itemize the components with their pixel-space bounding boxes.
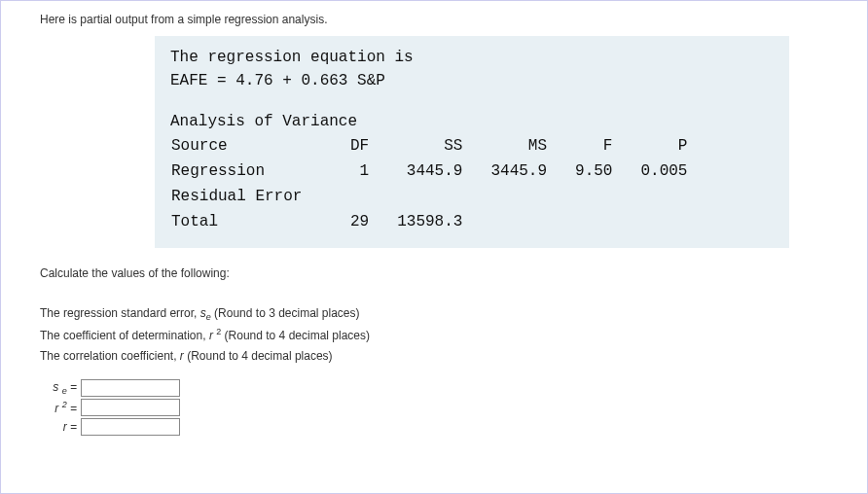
anova-table: Source DF SS MS F P Regression 1 3445.9 … bbox=[170, 133, 714, 234]
eq-line-1: The regression equation is bbox=[170, 46, 774, 69]
answer-inputs: s e = r 2 = r = bbox=[40, 379, 828, 436]
table-row: Residual Error bbox=[170, 184, 714, 209]
se-input[interactable] bbox=[81, 379, 180, 397]
col-df: DF bbox=[349, 133, 396, 159]
anova-title: Analysis of Variance bbox=[170, 110, 774, 133]
r2-input[interactable] bbox=[81, 399, 180, 416]
cell-label: Residual Error bbox=[170, 184, 349, 209]
cell-ms bbox=[489, 209, 574, 234]
cell-df: 29 bbox=[349, 209, 396, 234]
input-row-se: s e = bbox=[40, 379, 828, 397]
r-label: r = bbox=[40, 420, 81, 434]
cell-ss: 13598.3 bbox=[396, 209, 489, 234]
input-row-r: r = bbox=[40, 418, 828, 436]
table-row: Regression 1 3445.9 3445.9 9.50 0.005 bbox=[170, 159, 714, 184]
input-row-r2: r 2 = bbox=[40, 399, 828, 416]
cell-p bbox=[639, 209, 714, 234]
question-line-r: The correlation coefficient, r (Round to… bbox=[40, 346, 828, 366]
cell-p: 0.005 bbox=[639, 159, 714, 184]
regression-equation: The regression equation is EAFE = 4.76 +… bbox=[170, 46, 774, 92]
cell-f bbox=[574, 184, 639, 209]
col-ss: SS bbox=[396, 133, 489, 159]
calc-intro: Calculate the values of the following: bbox=[40, 264, 828, 283]
col-p: P bbox=[639, 133, 714, 159]
cell-label: Regression bbox=[170, 159, 349, 184]
cell-f: 9.50 bbox=[574, 159, 639, 184]
question-line-se: The regression standard error, se (Round… bbox=[40, 303, 828, 326]
table-row: Source DF SS MS F P bbox=[170, 133, 714, 159]
regression-output-block: The regression equation is EAFE = 4.76 +… bbox=[155, 36, 789, 248]
cell-ms: 3445.9 bbox=[489, 159, 574, 184]
cell-ms bbox=[489, 184, 574, 209]
cell-f bbox=[574, 209, 639, 234]
cell-label: Total bbox=[170, 209, 349, 234]
intro-text: Here is partial output from a simple reg… bbox=[40, 13, 828, 26]
col-f: F bbox=[574, 133, 639, 159]
cell-ss bbox=[396, 184, 489, 209]
se-label: s e = bbox=[40, 380, 81, 396]
cell-df: 1 bbox=[349, 159, 396, 184]
cell-ss: 3445.9 bbox=[396, 159, 489, 184]
r-input[interactable] bbox=[81, 418, 180, 436]
cell-p bbox=[639, 184, 714, 209]
eq-line-2: EAFE = 4.76 + 0.663 S&P bbox=[170, 69, 774, 92]
r2-label: r 2 = bbox=[40, 400, 81, 415]
question-line-r2: The coefficient of determination, r 2 (R… bbox=[40, 325, 828, 345]
cell-df bbox=[349, 184, 396, 209]
table-row: Total 29 13598.3 bbox=[170, 209, 714, 234]
col-ms: MS bbox=[489, 133, 574, 159]
col-source: Source bbox=[170, 133, 349, 159]
question-container: Here is partial output from a simple reg… bbox=[0, 0, 868, 494]
questions-block: Calculate the values of the following: T… bbox=[40, 264, 828, 366]
